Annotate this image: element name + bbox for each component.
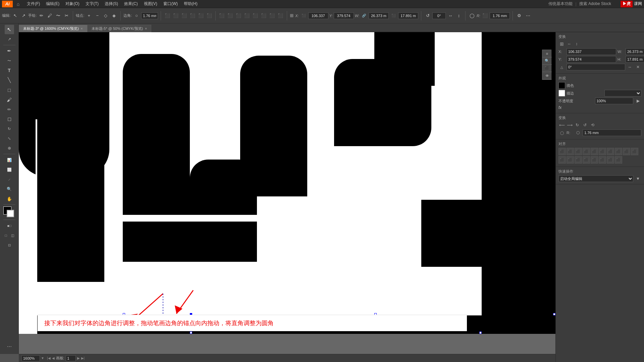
r-spin-icon[interactable]: ⬛ <box>481 12 489 19</box>
t2-icon2[interactable]: ⟶ <box>566 122 573 128</box>
dist-h-btn[interactable]: ⬛ <box>558 156 566 164</box>
mini-btn-2[interactable]: 🔍 <box>542 57 552 65</box>
more-tools-icon[interactable]: ⋯ <box>5 342 14 351</box>
remove-anchor-icon[interactable]: − <box>94 12 101 19</box>
constrain-icon[interactable]: 🔗 <box>360 12 368 19</box>
align-top-icon[interactable]: ⬛ <box>189 12 196 19</box>
distribute4-icon[interactable]: ⬛ <box>260 12 267 19</box>
curvature-tool[interactable]: 〜 <box>5 56 14 65</box>
w-input[interactable] <box>369 12 389 19</box>
menu-select[interactable]: 选择(S) <box>102 0 121 7</box>
options-icon[interactable]: ⚙ <box>516 12 523 19</box>
flip-v-icon[interactable]: ↕ <box>455 12 463 19</box>
prev-page-btn[interactable]: |◀ <box>47 356 51 360</box>
rp-y-input[interactable] <box>567 56 616 63</box>
align-bottom-icon[interactable]: ⬛ <box>206 12 213 19</box>
tab-1[interactable]: 未标题-3* @ 1600% (CMYK/预览) × <box>19 25 87 32</box>
puppet-warp-tool[interactable]: ⊕ <box>5 143 14 153</box>
convert-anchor2-icon[interactable]: ◈ <box>110 12 118 19</box>
screen-mode-icon[interactable]: ⊡ <box>5 240 14 250</box>
align-bottom-btn[interactable]: ⬛ <box>599 148 606 155</box>
distribute-v2-icon[interactable]: ⬛ <box>243 12 251 19</box>
align-center-icon[interactable]: ⬛ <box>172 12 179 19</box>
anchor-bl-3[interactable] <box>190 331 192 334</box>
distribute6-icon[interactable]: ⬛ <box>277 12 284 19</box>
selection-tool-icon[interactable]: ↖ <box>11 12 19 19</box>
corner-radius-icon[interactable]: ○ <box>133 12 140 19</box>
dist-extra1-btn[interactable]: ⬛ <box>575 156 582 164</box>
stock-search[interactable]: 搜索 Adobe Stock <box>579 1 611 7</box>
transform-flip-v-icon[interactable]: ↕ <box>573 41 580 47</box>
mini-btn-3[interactable]: ⬛ <box>542 65 552 72</box>
corner-value-input[interactable] <box>141 12 158 19</box>
zoom-input[interactable] <box>21 355 40 361</box>
align-extra4-btn[interactable]: ⬛ <box>631 148 638 155</box>
opacity-input[interactable] <box>595 98 634 104</box>
align-extra3-btn[interactable]: ⬛ <box>623 148 630 155</box>
align-vcenter-btn[interactable]: ⬛ <box>591 148 598 155</box>
next-btn[interactable]: ▶ <box>77 356 80 360</box>
slice-tool[interactable]: ⟋ <box>5 175 14 184</box>
menu-window[interactable]: 窗口(W) <box>161 0 180 7</box>
transform-anchor-icon[interactable]: ⊞ <box>558 41 565 47</box>
zoom-tool[interactable]: 🔍 <box>5 184 14 194</box>
flip-h-icon[interactable]: ↔ <box>447 12 454 19</box>
align-middle-icon[interactable]: ⬛ <box>197 12 205 19</box>
t2-icon1[interactable]: ⟵ <box>558 122 565 128</box>
align-extra1-btn[interactable]: ⬛ <box>607 148 614 155</box>
align-top-btn[interactable]: ⬛ <box>583 148 590 155</box>
distribute5-icon[interactable]: ⬛ <box>268 12 276 19</box>
align-right-icon[interactable]: ⬛ <box>180 12 188 19</box>
dist-extra6-btn[interactable]: ⬛ <box>615 156 622 164</box>
rp-w-input[interactable] <box>626 48 644 55</box>
distribute-h-icon[interactable]: ⬛ <box>218 12 225 19</box>
graph-tool[interactable]: 📊 <box>5 155 14 165</box>
transform-flip-h-icon[interactable]: ↔ <box>566 41 573 47</box>
artboard-tool[interactable]: ⬜ <box>5 165 14 174</box>
next-page-btn[interactable]: ▶| <box>81 356 85 360</box>
menu-file[interactable]: 文件(F) <box>24 0 43 7</box>
menu-edit[interactable]: 编辑(E) <box>43 0 62 7</box>
quick-action-arrow[interactable]: ▼ <box>635 175 641 182</box>
home-icon[interactable]: ⌂ <box>15 1 21 7</box>
h-input[interactable] <box>398 12 418 19</box>
menu-text[interactable]: 文字(T) <box>83 0 101 7</box>
smooth-tool-icon[interactable]: 〜 <box>54 12 62 19</box>
artboard-input[interactable] <box>66 355 76 361</box>
rp-r-spin[interactable]: ⬡ <box>575 129 581 136</box>
t2-icon3[interactable]: ↻ <box>574 122 581 128</box>
zoom-down-arrow[interactable]: ▼ <box>41 356 44 360</box>
dist-extra4-btn[interactable]: ⬛ <box>599 156 606 164</box>
x-coord-input[interactable] <box>308 12 328 19</box>
mini-btn-1[interactable]: ≡ <box>542 50 552 57</box>
eraser-tool[interactable]: ◻ <box>5 114 14 124</box>
opacity-arrow[interactable]: ▶ <box>635 98 641 104</box>
t2-icon4[interactable]: ↺ <box>582 122 588 128</box>
align-extra2-btn[interactable]: ⬛ <box>615 148 622 155</box>
fill-swatch[interactable] <box>558 82 565 89</box>
distribute-h2-icon[interactable]: ⬛ <box>235 12 242 19</box>
quick-action-select[interactable]: 启动全局编辑 <box>558 175 633 182</box>
tab-2[interactable]: 未标题-5* @ 50% (CMYK/预览) × <box>87 25 151 32</box>
align-left-icon[interactable]: ⬛ <box>164 12 171 19</box>
anchor-right-3[interactable] <box>553 313 555 315</box>
align-center-btn[interactable]: ⬛ <box>567 148 574 155</box>
rotate-tool[interactable]: ↻ <box>5 124 14 133</box>
line-tool[interactable]: ╲ <box>5 75 14 85</box>
color-mode-icon[interactable]: ■□ <box>5 221 14 230</box>
distribute3-icon[interactable]: ⬛ <box>252 12 259 19</box>
dist-extra2-btn[interactable]: ⬛ <box>583 156 590 164</box>
menu-view[interactable]: 视图(V) <box>141 0 160 7</box>
stroke-swatch[interactable] <box>558 90 565 97</box>
workspace-label[interactable]: 传统基本功能 <box>548 1 573 7</box>
stroke-select[interactable] <box>604 90 642 97</box>
pencil-tool[interactable]: ✏ <box>5 105 14 114</box>
selection-tool[interactable]: ↖ <box>5 25 14 34</box>
y-coord-input[interactable] <box>334 12 354 19</box>
align-left-btn[interactable]: ⬛ <box>558 148 566 155</box>
scale-tool[interactable]: ⤡ <box>5 134 14 143</box>
draw-normal-icon[interactable]: □ <box>3 231 9 240</box>
direct-selection-icon[interactable]: ↗ <box>20 12 27 19</box>
paintbrush-tool[interactable]: 🖌 <box>5 95 14 104</box>
rp-angle-arrow2[interactable]: ✕ <box>635 64 641 70</box>
